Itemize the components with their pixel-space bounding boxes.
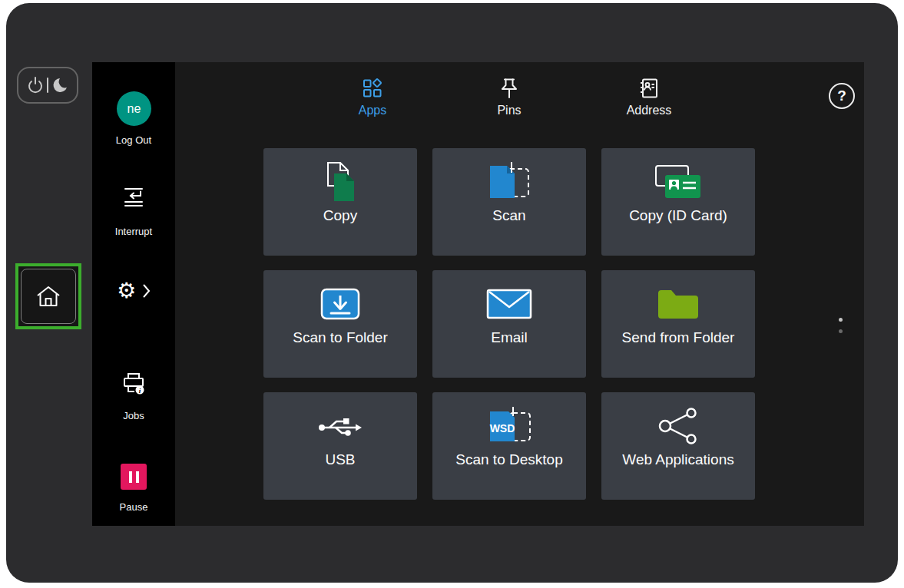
app-tile-usb[interactable]: USB [263, 392, 417, 500]
tab-pins[interactable]: Pins [455, 78, 563, 117]
app-tile-label: Web Applications [622, 451, 733, 468]
scan-to-desktop-icon: WSD [484, 403, 535, 449]
tab-pins-label: Pins [497, 104, 521, 117]
app-tile-scan[interactable]: Scan [432, 148, 586, 256]
home-icon [35, 284, 61, 309]
id-card-copy-icon [651, 159, 705, 205]
power-sleep-button[interactable] [17, 67, 78, 104]
tab-apps-label: Apps [359, 104, 386, 117]
app-tile-copy[interactable]: Copy [263, 148, 417, 256]
app-tile-label: Email [491, 329, 528, 346]
app-tile-label: Scan [492, 207, 525, 224]
avatar-initials: ne [127, 102, 141, 116]
logout-label[interactable]: Log Out [92, 134, 175, 146]
usb-icon [316, 403, 365, 449]
scan-to-folder-icon [320, 281, 361, 327]
pin-icon [499, 78, 519, 99]
interrupt-icon [122, 186, 145, 207]
pause-label: Pause [92, 501, 175, 513]
printer-bezel: ne Log Out Interrupt ⚙ [6, 3, 898, 583]
send-from-folder-icon [656, 281, 700, 327]
jobs-button[interactable]: i [92, 371, 175, 395]
printer-info-icon: i [121, 372, 146, 395]
touchscreen: ne Log Out Interrupt ⚙ [92, 62, 864, 526]
email-icon [485, 281, 533, 327]
settings-button[interactable]: ⚙ [92, 279, 175, 303]
jobs-label: Jobs [92, 410, 175, 421]
page-dot [839, 329, 843, 333]
user-avatar[interactable]: ne [117, 91, 151, 126]
app-tile-label: Scan to Folder [293, 329, 388, 346]
app-tile-scan-to-folder[interactable]: Scan to Folder [263, 270, 417, 378]
home-button[interactable] [21, 269, 76, 324]
app-tile-label: Copy (ID Card) [629, 207, 727, 224]
tab-address-label: Address [627, 104, 672, 117]
page-dot-active [839, 318, 843, 322]
app-tile-label: Send from Folder [622, 329, 735, 346]
apps-grid: Copy Scan [263, 148, 755, 500]
pause-icon [129, 471, 132, 483]
sidebar: ne Log Out Interrupt ⚙ [92, 62, 175, 526]
app-tile-label: Copy [323, 207, 357, 224]
app-tile-send-from-folder[interactable]: Send from Folder [601, 270, 755, 378]
app-tile-copy-id-card[interactable]: Copy (ID Card) [601, 148, 755, 256]
address-book-icon [638, 78, 660, 99]
power-sleep-icon [27, 76, 68, 94]
pause-button[interactable] [121, 464, 147, 490]
page-indicator[interactable] [839, 318, 843, 333]
scan-icon [484, 159, 535, 205]
tab-apps[interactable]: Apps [319, 78, 426, 117]
help-button[interactable]: ? [829, 83, 855, 109]
app-tile-web-applications[interactable]: Web Applications [601, 392, 755, 500]
wsd-text: WSD [490, 422, 515, 434]
share-icon [657, 403, 700, 449]
app-tile-email[interactable]: Email [432, 270, 586, 378]
pause-icon [136, 471, 139, 483]
help-question-icon: ? [837, 88, 846, 104]
copy-icon [319, 159, 362, 205]
app-tile-scan-to-desktop[interactable]: WSD Scan to Desktop [432, 392, 586, 500]
app-tile-label: USB [325, 451, 355, 468]
interrupt-button[interactable] [92, 185, 175, 208]
chevron-right-icon [143, 284, 151, 298]
tab-address[interactable]: Address [595, 78, 703, 117]
interrupt-label: Interrupt [92, 226, 175, 237]
apps-grid-icon [362, 78, 383, 99]
app-tile-label: Scan to Desktop [455, 451, 562, 468]
gear-icon: ⚙ [117, 280, 136, 302]
home-button-highlight [15, 263, 81, 329]
